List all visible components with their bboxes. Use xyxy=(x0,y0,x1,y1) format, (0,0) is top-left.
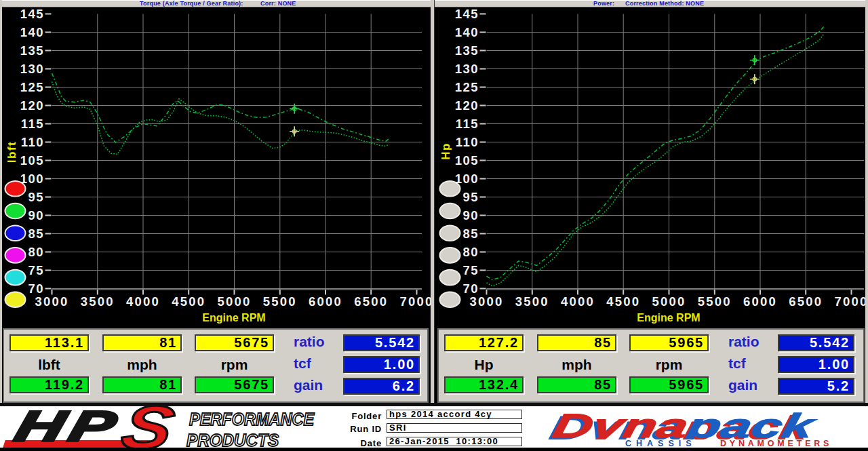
svg-text:6000: 6000 xyxy=(309,294,342,309)
svg-text:95: 95 xyxy=(28,190,44,204)
svg-text:75: 75 xyxy=(462,263,479,277)
svg-text:145: 145 xyxy=(20,7,44,21)
svg-text:105: 105 xyxy=(455,153,479,168)
svg-text:130: 130 xyxy=(20,62,44,76)
svg-text:Hp: Hp xyxy=(439,142,452,160)
svg-text:80: 80 xyxy=(462,245,479,259)
svg-text:105: 105 xyxy=(20,153,44,168)
svg-text:120: 120 xyxy=(455,98,479,113)
svg-text:85: 85 xyxy=(28,227,44,241)
svg-text:Engine RPM: Engine RPM xyxy=(202,312,265,323)
svg-text:125: 125 xyxy=(20,80,44,94)
svg-text:5000: 5000 xyxy=(652,294,686,309)
svg-text:Engine RPM: Engine RPM xyxy=(637,312,700,323)
svg-text:3500: 3500 xyxy=(81,294,115,309)
svg-text:lbft: lbft xyxy=(5,141,18,163)
svg-text:85: 85 xyxy=(462,227,479,241)
svg-text:75: 75 xyxy=(28,263,44,277)
svg-text:130: 130 xyxy=(455,62,479,76)
svg-text:3000: 3000 xyxy=(35,294,69,309)
svg-text:135: 135 xyxy=(455,43,479,58)
svg-text:70: 70 xyxy=(462,281,479,296)
svg-text:7000: 7000 xyxy=(835,294,868,309)
svg-text:4000: 4000 xyxy=(126,294,160,309)
svg-text:6000: 6000 xyxy=(743,294,777,309)
svg-text:6500: 6500 xyxy=(354,294,388,309)
svg-text:80: 80 xyxy=(28,245,44,259)
svg-text:4000: 4000 xyxy=(561,294,595,309)
svg-text:4500: 4500 xyxy=(172,294,205,309)
svg-text:140: 140 xyxy=(20,25,44,39)
svg-text:95: 95 xyxy=(462,190,479,204)
svg-text:140: 140 xyxy=(455,25,479,39)
svg-text:90: 90 xyxy=(28,208,44,222)
svg-text:3500: 3500 xyxy=(515,294,549,309)
svg-text:110: 110 xyxy=(21,135,44,149)
svg-text:7000: 7000 xyxy=(400,294,432,309)
svg-text:115: 115 xyxy=(456,117,479,131)
svg-text:120: 120 xyxy=(20,98,44,113)
svg-text:70: 70 xyxy=(28,281,44,296)
svg-text:5000: 5000 xyxy=(218,294,252,309)
svg-text:115: 115 xyxy=(21,117,44,131)
svg-text:145: 145 xyxy=(455,7,479,21)
svg-text:4500: 4500 xyxy=(606,294,640,309)
svg-text:135: 135 xyxy=(20,43,44,58)
svg-text:3000: 3000 xyxy=(470,294,504,309)
svg-text:5500: 5500 xyxy=(263,294,297,309)
svg-text:6500: 6500 xyxy=(789,294,823,309)
svg-text:125: 125 xyxy=(455,80,479,94)
svg-text:90: 90 xyxy=(462,208,479,222)
svg-text:5500: 5500 xyxy=(698,294,732,309)
svg-text:110: 110 xyxy=(456,135,479,149)
